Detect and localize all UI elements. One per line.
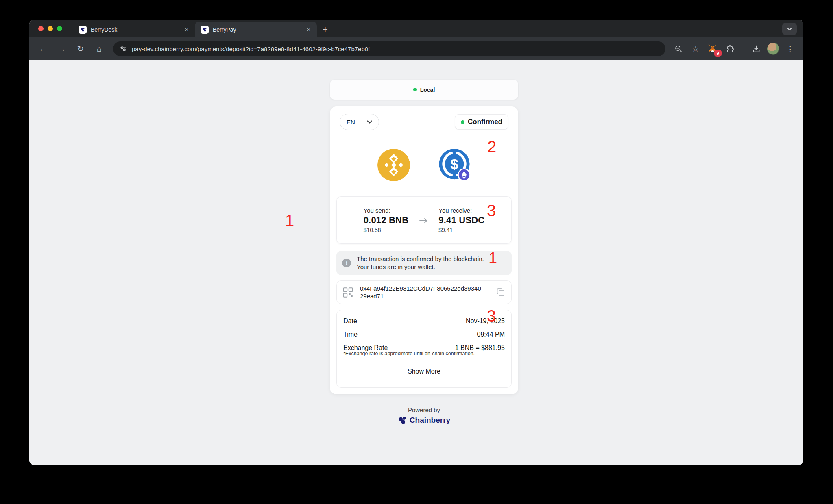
metamask-extension-button[interactable]: 9: [706, 42, 719, 55]
minimize-window-button[interactable]: [48, 26, 53, 31]
page-footer: Powered by Chainberry: [330, 406, 518, 425]
transaction-details: Date Nov-19, 2025 Time 09:44 PM Exchange…: [336, 310, 512, 388]
tab-close-icon[interactable]: ×: [183, 26, 191, 34]
reload-button[interactable]: ↻: [73, 41, 88, 56]
chainberry-brand-label[interactable]: Chainberry: [410, 416, 450, 425]
extensions-button[interactable]: [723, 42, 736, 55]
tab-berrydesk[interactable]: BerryDesk ×: [73, 22, 195, 37]
browser-window: BerryDesk × BerryPay × + ← → ↻ ⌂: [29, 20, 803, 465]
annotation-number: 3: [487, 202, 496, 219]
tab-search-chevron-button[interactable]: [782, 23, 797, 35]
bnb-coin-icon: [377, 149, 410, 181]
show-more-button[interactable]: Show More: [343, 368, 505, 375]
coin-icons-row: $: [336, 149, 512, 181]
tab-title: BerryDesk: [91, 26, 179, 33]
detail-value: Nov-19, 2025: [466, 317, 505, 325]
detail-value: 09:44 PM: [477, 331, 505, 338]
maximize-window-button[interactable]: [57, 26, 62, 31]
detail-label: Date: [343, 317, 357, 325]
home-button[interactable]: ⌂: [92, 41, 107, 56]
traffic-lights: [29, 20, 73, 37]
extension-notification-badge: 9: [714, 50, 722, 57]
wallet-address-row: 0x4Fa94f122E9312CCdD7F806522ed3934029ead…: [336, 280, 512, 304]
annotation-number: 3: [487, 308, 496, 324]
receive-column: You receive: 9.41 USDC $9.41: [438, 207, 484, 233]
receive-label: You receive:: [438, 207, 484, 214]
send-fiat: $10.58: [364, 227, 409, 233]
profile-button[interactable]: [767, 42, 780, 55]
environment-label: Local: [420, 87, 435, 93]
tab-title: BerryPay: [213, 26, 301, 33]
green-dot-icon: [413, 88, 417, 91]
download-icon: [752, 45, 761, 53]
tab-strip: BerryDesk × BerryPay × +: [29, 20, 803, 37]
chevron-down-icon: [787, 27, 792, 31]
magnifier-minus-icon: [674, 45, 683, 53]
annotation-number: 2: [487, 139, 496, 155]
detail-label: Time: [343, 331, 358, 338]
svg-text:$: $: [450, 156, 458, 172]
green-dot-icon: [461, 120, 464, 124]
language-value: EN: [347, 119, 355, 126]
detail-row-time: Time 09:44 PM: [343, 331, 505, 338]
send-label: You send:: [364, 207, 409, 214]
back-button[interactable]: ←: [36, 41, 50, 56]
url-text[interactable]: pay-dev.chainberry.com/payments/deposit?…: [132, 46, 370, 52]
language-select[interactable]: EN: [340, 114, 379, 130]
downloads-button[interactable]: [750, 42, 763, 55]
swap-summary: You send: 0.012 BNB $10.58 You receive: …: [336, 196, 512, 244]
avatar: [767, 43, 779, 55]
powered-by-label: Powered by: [330, 406, 518, 413]
puzzle-icon: [726, 45, 734, 53]
status-label: Confirmed: [468, 118, 502, 126]
send-column: You send: 0.012 BNB $10.58: [364, 207, 409, 233]
notice-text: The transaction is confirmed by the bloc…: [357, 255, 491, 271]
page-content: Local EN Confirmed: [29, 60, 803, 465]
environment-badge: Local: [330, 80, 518, 100]
info-icon: i: [342, 259, 351, 267]
copy-icon[interactable]: [496, 287, 506, 297]
close-window-button[interactable]: [38, 26, 44, 31]
wallet-address: 0x4Fa94f122E9312CCdD7F806522ed3934029ead…: [360, 285, 482, 300]
berry-favicon-icon: [79, 26, 87, 34]
forward-button[interactable]: →: [55, 41, 69, 56]
status-badge: Confirmed: [455, 114, 508, 130]
berry-favicon-icon: [201, 26, 209, 34]
detail-row-date: Date Nov-19, 2025: [343, 317, 505, 325]
annotation-number: 1: [285, 212, 294, 228]
receive-fiat: $9.41: [438, 227, 484, 233]
zoom-button[interactable]: [672, 42, 685, 55]
address-bar[interactable]: pay-dev.chainberry.com/payments/deposit?…: [113, 41, 665, 56]
chainberry-logo-icon: [398, 416, 407, 425]
qr-code-icon[interactable]: [342, 287, 353, 298]
annotation-number: 1: [488, 250, 497, 266]
receive-amount: 9.41 USDC: [438, 215, 484, 226]
site-controls-icon[interactable]: [120, 45, 127, 52]
send-amount: 0.012 BNB: [364, 215, 409, 226]
chevron-down-icon: [367, 120, 372, 124]
browser-menu-button[interactable]: ⋮: [784, 42, 797, 55]
new-tab-button[interactable]: +: [323, 25, 328, 34]
confirmation-notice: i The transaction is confirmed by the bl…: [336, 251, 512, 275]
tab-close-icon[interactable]: ×: [305, 26, 313, 34]
usdc-coin-icon: $: [438, 149, 471, 181]
browser-toolbar: ← → ↻ ⌂ pay-dev.chainberry.com/payments/…: [29, 37, 803, 60]
tab-berrypay[interactable]: BerryPay ×: [195, 22, 317, 37]
exchange-rate-footnote: *Exchange rate is approximate until on-c…: [343, 351, 505, 356]
toolbar-divider: [743, 44, 743, 54]
bookmark-star-button[interactable]: ☆: [689, 42, 702, 55]
arrow-right-icon: [419, 218, 428, 224]
